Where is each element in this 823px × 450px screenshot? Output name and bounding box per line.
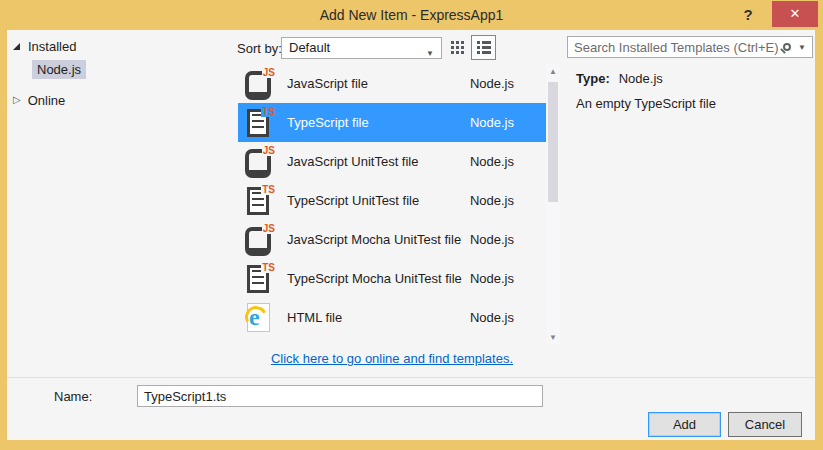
list-item-javascript-unittest-file[interactable]: JS JavaScript UnitTest file Node.js	[238, 142, 546, 181]
sidebar-item-online[interactable]: ▷ Online	[13, 91, 65, 109]
javascript-file-icon: JS	[242, 68, 274, 100]
scrollbar-thumb[interactable]	[548, 82, 558, 202]
template-details-panel: Type:Node.js An empty TypeScript file	[576, 71, 806, 111]
add-button[interactable]: Add	[648, 412, 721, 437]
chevron-expanded-icon	[13, 43, 20, 50]
list-item-javascript-file[interactable]: JS JavaScript file Node.js	[238, 64, 546, 103]
small-icons-view-button[interactable]	[446, 36, 469, 59]
go-online-link[interactable]: Click here to go online and find templat…	[238, 351, 546, 366]
javascript-file-icon: JS	[242, 146, 274, 178]
close-icon: ✕	[790, 6, 801, 21]
cancel-button[interactable]: Cancel	[728, 412, 802, 437]
template-list: JS JavaScript file Node.js TS TypeScript…	[238, 64, 546, 337]
name-input[interactable]	[137, 385, 543, 407]
type-label: Type:	[576, 71, 610, 86]
sidebar-item-label: Installed	[28, 39, 76, 54]
sidebar-item-nodejs[interactable]: Node.js	[32, 60, 86, 78]
name-label: Name:	[54, 389, 92, 404]
html-file-icon: e	[242, 302, 274, 334]
sort-dropdown[interactable]: Default ▼	[281, 37, 442, 59]
javascript-file-icon: JS	[242, 224, 274, 256]
list-item-javascript-mocha-unittest-file[interactable]: JS JavaScript Mocha UnitTest file Node.j…	[238, 220, 546, 259]
search-box: ▼	[567, 36, 813, 58]
title-bar[interactable]: Add New Item - ExpressApp1	[0, 0, 823, 30]
list-item-typescript-unittest-file[interactable]: TS TypeScript UnitTest file Node.js	[238, 181, 546, 220]
search-input[interactable]	[568, 40, 783, 55]
dialog-border-bottom	[0, 440, 823, 450]
type-value: Node.js	[619, 71, 663, 86]
grid-view-icon	[451, 41, 464, 54]
sidebar-item-label: Node.js	[32, 60, 86, 79]
chevron-collapsed-icon: ▷	[13, 95, 21, 105]
list-scrollbar[interactable]: ▲ ▼	[546, 64, 560, 345]
typescript-file-icon: TS	[242, 185, 274, 217]
list-view-button[interactable]	[471, 35, 496, 60]
search-options-chevron-icon[interactable]: ▼	[798, 43, 806, 52]
typescript-file-icon: TS	[242, 263, 274, 295]
search-icon[interactable]	[783, 43, 791, 51]
typescript-file-icon: TS	[242, 107, 274, 139]
close-button[interactable]: ✕	[772, 1, 818, 27]
sort-dropdown-value: Default	[289, 40, 330, 55]
list-item-typescript-mocha-unittest-file[interactable]: TS TypeScript Mocha UnitTest file Node.j…	[238, 259, 546, 298]
template-description: An empty TypeScript file	[576, 96, 806, 111]
scroll-down-icon[interactable]: ▼	[546, 333, 560, 342]
sidebar-item-installed[interactable]: Installed	[13, 37, 76, 55]
sort-by-label: Sort by:	[237, 41, 282, 56]
help-icon: ?	[743, 6, 752, 23]
dialog-title: Add New Item - ExpressApp1	[320, 7, 504, 23]
list-item-typescript-file[interactable]: TS TypeScript file Node.js	[238, 103, 546, 142]
chevron-down-icon: ▼	[426, 44, 434, 64]
list-view-icon	[477, 41, 491, 54]
dialog-border-right	[815, 30, 823, 450]
sidebar-item-label: Online	[28, 93, 66, 108]
help-button[interactable]: ?	[737, 3, 759, 27]
dialog-border-left	[0, 30, 7, 450]
list-item-html-file[interactable]: e HTML file Node.js	[238, 298, 546, 337]
add-new-item-dialog: Add New Item - ExpressApp1 ? ✕ Installed…	[0, 0, 823, 450]
scroll-up-icon[interactable]: ▲	[546, 67, 560, 76]
footer-divider	[7, 377, 815, 378]
